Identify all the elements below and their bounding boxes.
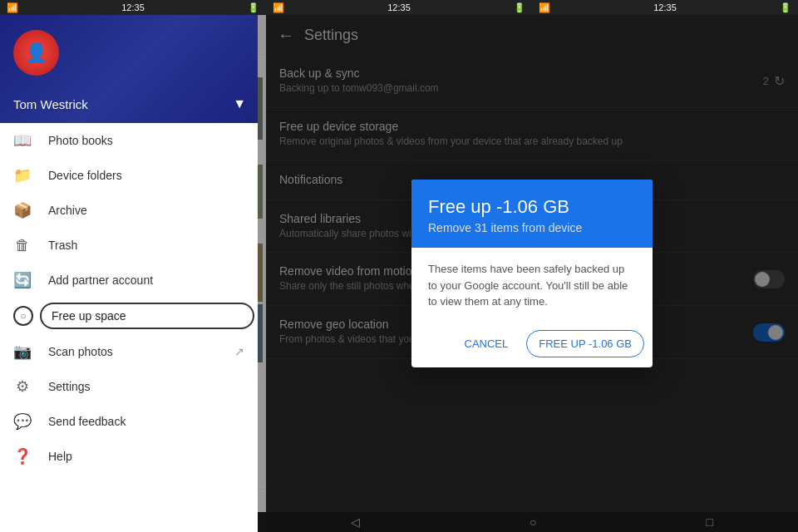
drawer-label-archive: Archive bbox=[48, 204, 244, 217]
drawer-item-archive[interactable]: 📦 Archive bbox=[0, 193, 258, 228]
free-up-dialog: Free up -1.06 GB Remove 31 items from de… bbox=[411, 180, 653, 367]
drawer-item-add-partner[interactable]: 🔄 Add partner account bbox=[0, 263, 258, 298]
user-avatar: 👤 bbox=[13, 30, 59, 76]
scan-photos-icon: 📷 bbox=[13, 342, 32, 361]
status-left: 📶 bbox=[7, 2, 18, 13]
status-battery-left: 🔋 bbox=[248, 2, 259, 13]
drawer-items: 📖 Photo books 📁 Device folders 📦 Archive… bbox=[0, 123, 258, 532]
dialog-header: Free up -1.06 GB Remove 31 items from de… bbox=[411, 180, 653, 248]
cancel-button[interactable]: CANCEL bbox=[453, 330, 520, 357]
free-up-button[interactable]: FREE UP -1.06 GB bbox=[526, 330, 644, 357]
drawer-label-device-folders: Device folders bbox=[48, 169, 244, 182]
drawer-header: 👤 Tom Westrick ▼ bbox=[0, 15, 258, 123]
dialog-actions: CANCEL FREE UP -1.06 GB bbox=[411, 323, 653, 367]
side-drawer: 👤 Tom Westrick ▼ 📖 Photo books 📁 Device … bbox=[0, 15, 258, 532]
device-folders-icon: 📁 bbox=[13, 166, 32, 185]
status-battery-right: 🔋 bbox=[780, 2, 791, 13]
free-space-icon: ○ bbox=[13, 306, 33, 326]
drawer-item-scan-photos[interactable]: 📷 Scan photos ↗ bbox=[0, 334, 258, 369]
status-left3: 📶 bbox=[539, 2, 550, 13]
drawer-label-scan-photos: Scan photos bbox=[48, 345, 218, 358]
drawer-label-photo-books: Photo books bbox=[48, 134, 244, 147]
dialog-overlay[interactable]: Free up -1.06 GB Remove 31 items from de… bbox=[266, 15, 798, 532]
help-icon: ❓ bbox=[13, 447, 32, 466]
drawer-label-add-partner: Add partner account bbox=[48, 273, 244, 287]
trash-icon: 🗑 bbox=[13, 236, 32, 254]
external-link-icon: ↗ bbox=[234, 345, 244, 358]
drawer-item-help[interactable]: ❓ Help bbox=[0, 439, 258, 474]
add-partner-icon: 🔄 bbox=[13, 271, 32, 289]
feedback-icon: 💬 bbox=[13, 412, 32, 431]
dialog-body: These items have been safely backed up t… bbox=[411, 248, 653, 323]
drawer-item-free-space[interactable]: ○ Free up space bbox=[0, 298, 258, 334]
status-time-left: 12:35 bbox=[121, 2, 145, 12]
photo-books-icon: 📖 bbox=[13, 131, 32, 150]
drawer-item-settings[interactable]: ⚙ Settings bbox=[0, 369, 258, 404]
settings-panel: ← Settings Back up & sync Backing up to … bbox=[266, 15, 798, 532]
dialog-size: Free up -1.06 GB bbox=[428, 196, 636, 218]
dialog-body-text: These items have been safely backed up t… bbox=[428, 261, 636, 310]
drawer-item-photo-books[interactable]: 📖 Photo books bbox=[0, 123, 258, 158]
drawer-item-trash[interactable]: 🗑 Trash bbox=[0, 228, 258, 263]
drawer-item-send-feedback[interactable]: 💬 Send feedback bbox=[0, 404, 258, 439]
drawer-label-help: Help bbox=[48, 450, 244, 463]
status-battery-mid: 🔋 bbox=[514, 2, 525, 13]
status-time-mid: 12:35 bbox=[387, 2, 411, 12]
drawer-label-settings: Settings bbox=[48, 380, 244, 393]
drawer-chevron-icon[interactable]: ▼ bbox=[233, 96, 246, 111]
photos-panel: Search "United States" ⋮ Today 1 ↻ Yeste… bbox=[0, 15, 266, 532]
dialog-subtitle: Remove 31 items from device bbox=[428, 221, 636, 234]
drawer-item-device-folders[interactable]: 📁 Device folders bbox=[0, 158, 258, 193]
status-left2: 📶 bbox=[273, 2, 284, 13]
drawer-username: Tom Westrick bbox=[13, 97, 88, 111]
drawer-label-free-space: Free up space bbox=[40, 303, 254, 329]
archive-icon: 📦 bbox=[13, 201, 32, 219]
status-time-right: 12:35 bbox=[653, 2, 677, 12]
drawer-label-feedback: Send feedback bbox=[48, 415, 244, 428]
drawer-label-trash: Trash bbox=[48, 239, 244, 252]
settings-icon: ⚙ bbox=[13, 377, 32, 396]
